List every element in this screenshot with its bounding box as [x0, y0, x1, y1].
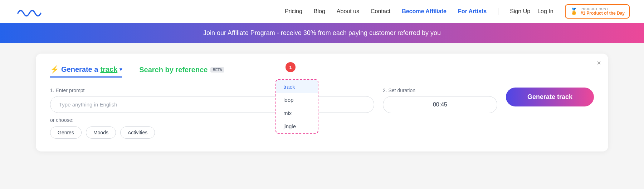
form-row: 1. Enter prompt or choose: Genres Moods …: [50, 88, 594, 139]
nav-link-affiliate[interactable]: Become Affiliate: [402, 8, 447, 15]
nav-signup-link[interactable]: Sign Up: [510, 8, 530, 15]
dropdown-menu: track loop mix jingle: [275, 79, 318, 134]
dropdown-item-loop[interactable]: loop: [276, 93, 318, 106]
prompt-input[interactable]: [50, 96, 374, 113]
ph-rank: #1 Product of the Day: [581, 11, 625, 16]
form-right: Generate track: [506, 88, 594, 106]
navbar: Pricing Blog About us Contact Become Aff…: [0, 0, 644, 23]
step-badge: 1: [286, 62, 296, 72]
genres-button[interactable]: Genres: [50, 126, 82, 139]
tabs: ⚡ Generate a track ▾ 1 track loop mix ji…: [50, 65, 594, 78]
product-hunt-badge[interactable]: 🏅 PRODUCT HUNT #1 Product of the Day: [565, 4, 630, 19]
dropdown-item-track[interactable]: track: [276, 80, 318, 93]
form-middle: 2. Set duration: [383, 88, 497, 113]
or-choose-label: or choose:: [50, 117, 374, 123]
tab-search[interactable]: Search by reference BETA: [139, 66, 224, 77]
duration-label: 2. Set duration: [383, 88, 497, 93]
dropdown-item-mix[interactable]: mix: [276, 106, 318, 120]
generate-card: × ⚡ Generate a track ▾ 1 track loop mix …: [36, 54, 608, 151]
logo[interactable]: [14, 4, 43, 19]
moods-button[interactable]: Moods: [86, 126, 116, 139]
nav-auth: Sign Up Log In: [510, 8, 553, 15]
medal-icon: 🏅: [570, 8, 578, 15]
chevron-down-icon: ▾: [119, 66, 122, 72]
main-content: × ⚡ Generate a track ▾ 1 track loop mix …: [0, 43, 644, 162]
ph-text: PRODUCT HUNT #1 Product of the Day: [581, 7, 625, 16]
beta-badge: BETA: [210, 67, 224, 73]
nav-link-about[interactable]: About us: [337, 8, 359, 15]
dropdown-item-jingle[interactable]: jingle: [276, 120, 318, 133]
generate-tab-prefix: Generate a: [61, 65, 98, 74]
prompt-label: 1. Enter prompt: [50, 88, 374, 93]
activities-button[interactable]: Activities: [120, 126, 155, 139]
generate-track-button[interactable]: Generate track: [506, 88, 594, 106]
nav-links: Pricing Blog About us Contact Become Aff…: [285, 4, 630, 19]
nav-link-contact[interactable]: Contact: [371, 8, 390, 15]
search-tab-label: Search by reference: [139, 66, 208, 74]
lightning-icon: ⚡: [50, 65, 59, 74]
nav-login-link[interactable]: Log In: [537, 8, 553, 15]
generate-tab-track-word: track: [100, 65, 117, 74]
nav-link-blog[interactable]: Blog: [314, 8, 325, 15]
affiliate-banner-text: Join our Affiliate Program - receive 30%…: [203, 29, 441, 37]
nav-link-pricing[interactable]: Pricing: [285, 8, 302, 15]
form-left: 1. Enter prompt or choose: Genres Moods …: [50, 88, 374, 139]
close-button[interactable]: ×: [597, 59, 601, 66]
ph-label: PRODUCT HUNT: [581, 7, 625, 11]
duration-input[interactable]: [383, 96, 497, 113]
tab-generate[interactable]: ⚡ Generate a track ▾: [50, 65, 122, 78]
nav-link-artists[interactable]: For Artists: [458, 8, 487, 15]
affiliate-banner[interactable]: Join our Affiliate Program - receive 30%…: [0, 23, 644, 43]
nav-divider: [498, 8, 498, 15]
choice-buttons: Genres Moods Activities: [50, 126, 374, 139]
